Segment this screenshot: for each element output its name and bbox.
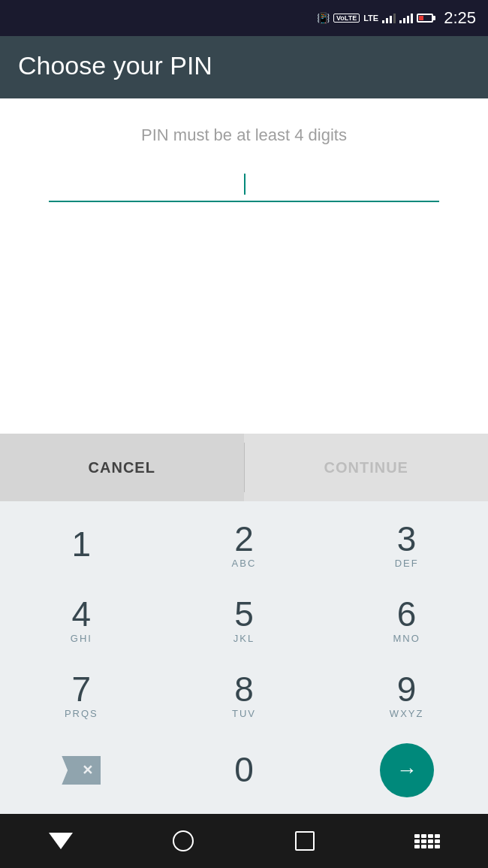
battery-icon [417,14,433,23]
key-next[interactable]: → [332,733,482,808]
status-bar: 📳 VoLTE LTE 2:25 [0,0,488,36]
key-8[interactable]: 8 TUV [169,658,319,733]
key-9[interactable]: 9 WXYZ [332,658,482,733]
clock: 2:25 [444,8,476,28]
key-7[interactable]: 7 PRQS [6,658,156,733]
nav-bar [0,814,488,868]
next-button[interactable]: → [380,743,434,797]
pin-input-container[interactable] [49,169,439,202]
recents-icon [295,831,315,851]
volte-badge: VoLTE [333,14,360,23]
key-3[interactable]: 3 DEF [332,507,482,582]
keyboard-button[interactable] [405,818,450,863]
key-5[interactable]: 5 JKL [169,582,319,658]
cancel-button[interactable]: CANCEL [0,434,244,501]
numpad-row-3: 7 PRQS 8 TUV 9 WXYZ [0,658,488,733]
key-0[interactable]: 0 [169,733,319,808]
signal-bar-1 [382,13,396,23]
recents-button[interactable] [282,818,327,863]
numpad-row-2: 4 GHI 5 JKL 6 MNO [0,582,488,658]
numpad-row-4: ✕ 0 → [0,733,488,808]
action-buttons: CANCEL CONTINUE [0,434,488,501]
backspace-icon: ✕ [62,756,101,785]
keyboard-icon [414,834,440,848]
numpad-row-1: 1 2 ABC 3 DEF [0,507,488,582]
key-6[interactable]: 6 MNO [332,582,482,658]
cursor-line [244,174,246,195]
backspace-key[interactable]: ✕ [6,733,156,808]
pin-hint: PIN must be at least 4 digits [141,126,347,145]
vibrate-icon: 📳 [317,12,330,24]
content-area: PIN must be at least 4 digits [0,98,488,434]
continue-button[interactable]: CONTINUE [245,434,489,501]
back-icon [49,833,73,849]
key-2[interactable]: 2 ABC [169,507,319,582]
signal-bar-2 [399,13,413,23]
page-title: Choose your PIN [18,51,470,80]
lte-icon: LTE [363,14,378,23]
key-4[interactable]: 4 GHI [6,582,156,658]
key-1[interactable]: 1 [6,507,156,582]
next-arrow-icon: → [396,758,417,782]
home-icon [173,830,194,851]
numpad: 1 2 ABC 3 DEF 4 GHI 5 JKL 6 MNO 7 PRQS [0,501,488,814]
header: Choose your PIN [0,36,488,98]
status-icons: 📳 VoLTE LTE [317,12,433,24]
home-button[interactable] [161,818,206,863]
back-button[interactable] [38,818,83,863]
